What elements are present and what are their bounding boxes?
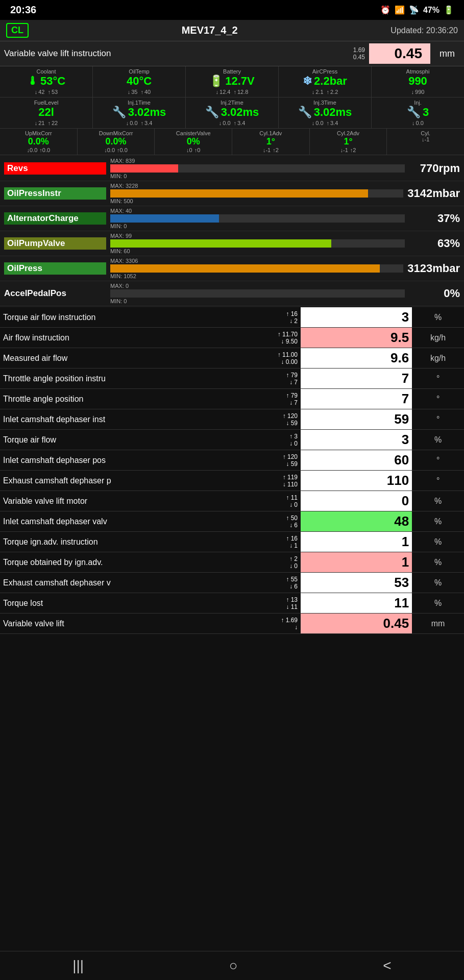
- row-arrows-3: ↑ 79 ↓ 7: [256, 369, 301, 389]
- oiltemp-value: 40°C: [127, 75, 152, 88]
- canister-cell: CanisterValve 0% ↓0 ↑0: [155, 129, 232, 155]
- inj4-value: 🔧 3: [407, 106, 429, 119]
- home-button[interactable]: ○: [229, 958, 238, 974]
- bar-value-5: 0%: [409, 287, 460, 300]
- table-row: Measured air flow ↑ 11.00 ↓ 0.00 9.6 kg/…: [0, 348, 464, 369]
- row-arrows-1: ↑ 11.70 ↓ 9.50: [256, 328, 301, 348]
- row-value-7: 60: [301, 450, 412, 471]
- vvl-label: Variable valve lift instruction: [4, 48, 349, 59]
- cl-badge[interactable]: CL: [6, 23, 29, 38]
- table-row: Variable valve lift ↑ 1.69 ↓ 0.45 mm: [0, 614, 464, 634]
- row-label-9: Variable valve lift motor: [0, 491, 256, 511]
- battery-cell: Battery 🔋 12.7V ↓12.4 ↑12.8: [186, 66, 279, 97]
- row-arrows-6: ↑ 3 ↓ 0: [256, 430, 301, 450]
- vvl-row: Variable valve lift instruction 1.69 0.4…: [0, 41, 464, 66]
- row-value-1: 9.5: [301, 328, 412, 348]
- thermo-icon: 🌡: [27, 75, 38, 88]
- sensor-row-3: UpMixCorr 0.0% ↓0.0 ↑0.0 DownMixCorr 0.0…: [0, 129, 464, 155]
- battery-icon-small: 🔋: [209, 75, 223, 88]
- row-value-2: 9.6: [301, 348, 412, 369]
- downmix-cell: DownMixCorr 0.0% ↓0.0 ↑0.0: [78, 129, 155, 155]
- row-unit-7: °: [412, 450, 464, 471]
- back-button[interactable]: <: [383, 958, 391, 974]
- row-unit-12: %: [412, 552, 464, 573]
- row-arrows-4: ↑ 79 ↓ 7: [256, 389, 301, 409]
- row-unit-2: kg/h: [412, 348, 464, 369]
- table-row: Torque air flow instruction ↑ 16 ↓ 2 3 %: [0, 307, 464, 328]
- aircpress-minmax: ↓2.1 ↑2.2: [312, 89, 338, 95]
- row-label-15: Variable valve lift: [0, 614, 256, 634]
- row-label-13: Exhaust camshaft dephaser v: [0, 573, 256, 593]
- row-value-5: 59: [301, 409, 412, 430]
- bar-value-2: 37%: [409, 212, 460, 225]
- fuellevel-value: 22l: [38, 106, 54, 119]
- bar-track-4: [110, 264, 403, 273]
- bar-track-5: [110, 289, 405, 298]
- row-label-0: Torque air flow instruction: [0, 307, 256, 328]
- row-arrows-11: ↑ 16 ↓ 1: [256, 532, 301, 552]
- bar-fill-3: [110, 239, 331, 248]
- table-row: Inlet camshaft dephaser pos ↑ 120 ↓ 59 6…: [0, 450, 464, 471]
- bar-name-2: AlternatorCharge: [4, 212, 106, 225]
- battery-level: 47%: [423, 6, 439, 15]
- row-unit-8: °: [412, 471, 464, 491]
- bar-name-1: OilPressInstr: [4, 187, 106, 200]
- row-value-14: 11: [301, 593, 412, 614]
- bar-container-3: MAX: 99 MIN: 60: [106, 233, 409, 254]
- row-unit-6: %: [412, 430, 464, 450]
- row-label-10: Inlet camshaft dephaser valv: [0, 511, 256, 532]
- bar-track-1: [110, 189, 403, 198]
- row-value-11: 1: [301, 532, 412, 552]
- oiltemp-label: OilTemp: [129, 68, 149, 75]
- row-label-2: Measured air flow: [0, 348, 256, 369]
- bar-track-2: [110, 214, 405, 223]
- row-arrows-13: ↑ 55 ↓ 6: [256, 573, 301, 593]
- row-unit-11: %: [412, 532, 464, 552]
- row-value-10: 48: [301, 511, 412, 532]
- row-unit-3: °: [412, 369, 464, 389]
- bar-fill-2: [110, 214, 219, 223]
- vvl-value: 0.45: [369, 43, 430, 64]
- bar-fill-0: [110, 164, 178, 173]
- bar-container-4: MAX: 3306 MIN: 1052: [106, 258, 407, 279]
- bar-row-0: Revs MAX: 839 MIN: 0 770rpm: [0, 156, 464, 181]
- row-label-1: Air flow instruction: [0, 328, 256, 348]
- row-arrows-15: ↑ 1.69 ↓: [256, 614, 301, 634]
- row-arrows-10: ↑ 50 ↓ 6: [256, 511, 301, 532]
- atmos-value: 990: [408, 75, 427, 88]
- alarm-icon: ⏰: [380, 5, 390, 15]
- atmos-label: Atmosphi: [406, 68, 430, 75]
- status-bar: 20:36 ⏰ 📶 📡 47% 🔋: [0, 0, 464, 20]
- row-arrows-9: ↑ 11 ↓ 0: [256, 491, 301, 511]
- row-unit-14: %: [412, 593, 464, 614]
- coolant-minmax: ↓42 ↑53: [35, 89, 58, 95]
- row-arrows-5: ↑ 120 ↓ 59: [256, 409, 301, 430]
- row-value-15: 0.45: [301, 614, 412, 634]
- atmos-minmax: ↓990: [411, 89, 425, 95]
- table-row: Torque ign.adv. instruction ↑ 16 ↓ 1 1 %: [0, 532, 464, 552]
- table-row: Inlet camshaft dephaser valv ↑ 50 ↓ 6 48…: [0, 511, 464, 532]
- row-unit-10: %: [412, 511, 464, 532]
- row-label-5: Inlet camshaft dephaser inst: [0, 409, 256, 430]
- inj1-value: 🔧 3.02ms: [112, 106, 166, 119]
- bar-container-2: MAX: 40 MIN: 0: [106, 208, 409, 229]
- data-table: Torque air flow instruction ↑ 16 ↓ 2 3 %…: [0, 307, 464, 634]
- bar-fill-1: [110, 189, 368, 198]
- bar-name-3: OilPumpValve: [4, 237, 106, 250]
- menu-button[interactable]: |||: [72, 958, 84, 974]
- inj1-cell: Inj.1Time 🔧 3.02ms ↓0.0 ↑3.4: [93, 97, 186, 128]
- oiltemp-cell: OilTemp 40°C ↓35 ↑40: [93, 66, 186, 97]
- coolant-cell: Coolant 🌡 53°C ↓42 ↑53: [0, 66, 93, 97]
- aircpress-label: AirCPress: [312, 68, 338, 75]
- row-value-12: 1: [301, 552, 412, 573]
- row-label-3: Throttle angle position instru: [0, 369, 256, 389]
- row-value-6: 3: [301, 430, 412, 450]
- row-unit-9: %: [412, 491, 464, 511]
- vvl-max: 1.69: [353, 46, 365, 54]
- injector3-icon: 🔧: [298, 106, 312, 119]
- bottom-nav[interactable]: ||| ○ <: [0, 951, 464, 980]
- vvl-unit: mm: [434, 48, 460, 59]
- upmix-cell: UpMixCorr 0.0% ↓0.0 ↑0.0: [0, 129, 78, 155]
- battery-label: Battery: [223, 68, 241, 75]
- row-label-7: Inlet camshaft dephaser pos: [0, 450, 256, 471]
